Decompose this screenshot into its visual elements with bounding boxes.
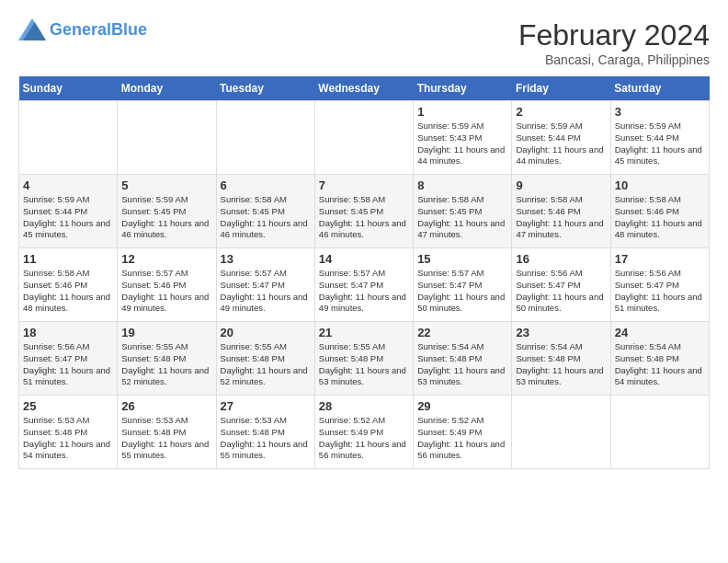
day-info: Sunrise: 5:58 AM Sunset: 5:46 PM Dayligh…	[516, 194, 606, 241]
day-number: 9	[516, 178, 606, 192]
day-info: Sunrise: 5:54 AM Sunset: 5:48 PM Dayligh…	[615, 341, 705, 388]
day-number: 8	[417, 178, 507, 192]
calendar-cell	[314, 101, 413, 175]
calendar-cell: 25Sunrise: 5:53 AM Sunset: 5:48 PM Dayli…	[19, 396, 118, 469]
logo-general: General	[50, 20, 111, 39]
calendar-cell: 29Sunrise: 5:52 AM Sunset: 5:49 PM Dayli…	[414, 396, 512, 469]
calendar-cell: 16Sunrise: 5:56 AM Sunset: 5:47 PM Dayli…	[512, 248, 610, 322]
weekday-row: SundayMondayTuesdayWednesdayThursdayFrid…	[19, 76, 710, 101]
calendar-cell: 5Sunrise: 5:59 AM Sunset: 5:45 PM Daylig…	[118, 175, 216, 248]
day-number: 22	[417, 326, 507, 339]
weekday-header-friday: Friday	[512, 76, 610, 101]
calendar-week-1: 1Sunrise: 5:59 AM Sunset: 5:43 PM Daylig…	[19, 101, 710, 175]
day-info: Sunrise: 5:58 AM Sunset: 5:45 PM Dayligh…	[319, 194, 409, 241]
day-number: 20	[221, 326, 311, 339]
calendar-cell: 9Sunrise: 5:58 AM Sunset: 5:46 PM Daylig…	[512, 175, 610, 248]
location: Bancasi, Caraga, Philippines	[518, 52, 710, 67]
calendar-cell: 23Sunrise: 5:54 AM Sunset: 5:48 PM Dayli…	[512, 322, 610, 396]
page-header: GeneralBlue February 2024 Bancasi, Carag…	[18, 18, 710, 67]
calendar-cell: 11Sunrise: 5:58 AM Sunset: 5:46 PM Dayli…	[19, 248, 118, 322]
day-info: Sunrise: 5:56 AM Sunset: 5:47 PM Dayligh…	[615, 268, 705, 315]
day-number: 26	[121, 399, 211, 413]
day-info: Sunrise: 5:57 AM Sunset: 5:47 PM Dayligh…	[417, 268, 507, 315]
day-number: 15	[417, 252, 507, 266]
calendar-cell	[512, 396, 610, 469]
day-info: Sunrise: 5:53 AM Sunset: 5:48 PM Dayligh…	[23, 415, 113, 462]
logo: GeneralBlue	[18, 18, 147, 40]
day-number: 1	[417, 105, 507, 119]
day-info: Sunrise: 5:56 AM Sunset: 5:47 PM Dayligh…	[516, 268, 606, 315]
calendar-cell: 24Sunrise: 5:54 AM Sunset: 5:48 PM Dayli…	[610, 322, 709, 396]
calendar-week-5: 25Sunrise: 5:53 AM Sunset: 5:48 PM Dayli…	[19, 396, 710, 469]
day-number: 14	[319, 252, 409, 266]
calendar-table: SundayMondayTuesdayWednesdayThursdayFrid…	[18, 76, 710, 469]
day-info: Sunrise: 5:53 AM Sunset: 5:48 PM Dayligh…	[221, 415, 311, 462]
day-info: Sunrise: 5:58 AM Sunset: 5:45 PM Dayligh…	[417, 194, 507, 241]
title-block: February 2024 Bancasi, Caraga, Philippin…	[518, 18, 710, 67]
weekday-header-monday: Monday	[118, 76, 216, 101]
day-info: Sunrise: 5:58 AM Sunset: 5:46 PM Dayligh…	[615, 194, 705, 241]
calendar-cell: 26Sunrise: 5:53 AM Sunset: 5:48 PM Dayli…	[118, 396, 216, 469]
calendar-cell	[19, 101, 118, 175]
day-number: 21	[319, 326, 409, 339]
weekday-header-wednesday: Wednesday	[314, 76, 413, 101]
day-info: Sunrise: 5:58 AM Sunset: 5:45 PM Dayligh…	[221, 194, 311, 241]
day-info: Sunrise: 5:59 AM Sunset: 5:44 PM Dayligh…	[615, 121, 705, 167]
calendar-cell: 17Sunrise: 5:56 AM Sunset: 5:47 PM Dayli…	[610, 248, 709, 322]
calendar-cell: 15Sunrise: 5:57 AM Sunset: 5:47 PM Dayli…	[414, 248, 512, 322]
day-info: Sunrise: 5:54 AM Sunset: 5:48 PM Dayligh…	[516, 341, 606, 388]
day-number: 13	[221, 252, 311, 266]
day-info: Sunrise: 5:53 AM Sunset: 5:48 PM Dayligh…	[121, 415, 211, 462]
day-number: 29	[417, 399, 507, 413]
calendar-cell: 13Sunrise: 5:57 AM Sunset: 5:47 PM Dayli…	[216, 248, 314, 322]
calendar-cell: 28Sunrise: 5:52 AM Sunset: 5:49 PM Dayli…	[314, 396, 413, 469]
day-number: 23	[516, 326, 606, 339]
day-info: Sunrise: 5:59 AM Sunset: 5:44 PM Dayligh…	[516, 121, 606, 167]
weekday-header-thursday: Thursday	[414, 76, 512, 101]
calendar-cell	[118, 101, 216, 175]
day-number: 7	[319, 178, 409, 192]
calendar-cell: 20Sunrise: 5:55 AM Sunset: 5:48 PM Dayli…	[216, 322, 314, 396]
calendar-cell: 22Sunrise: 5:54 AM Sunset: 5:48 PM Dayli…	[414, 322, 512, 396]
day-number: 19	[121, 326, 211, 339]
day-number: 4	[23, 178, 113, 192]
day-number: 25	[23, 399, 113, 413]
calendar-week-2: 4Sunrise: 5:59 AM Sunset: 5:44 PM Daylig…	[19, 175, 710, 248]
calendar-body: 1Sunrise: 5:59 AM Sunset: 5:43 PM Daylig…	[19, 101, 710, 469]
day-info: Sunrise: 5:58 AM Sunset: 5:46 PM Dayligh…	[23, 268, 113, 315]
weekday-header-saturday: Saturday	[610, 76, 709, 101]
day-number: 10	[615, 178, 705, 192]
day-number: 28	[319, 399, 409, 413]
day-info: Sunrise: 5:55 AM Sunset: 5:48 PM Dayligh…	[121, 341, 211, 388]
day-info: Sunrise: 5:57 AM Sunset: 5:47 PM Dayligh…	[221, 268, 311, 315]
calendar-header: SundayMondayTuesdayWednesdayThursdayFrid…	[19, 76, 710, 101]
calendar-cell: 18Sunrise: 5:56 AM Sunset: 5:47 PM Dayli…	[19, 322, 118, 396]
weekday-header-tuesday: Tuesday	[216, 76, 314, 101]
day-info: Sunrise: 5:57 AM Sunset: 5:47 PM Dayligh…	[319, 268, 409, 315]
day-info: Sunrise: 5:59 AM Sunset: 5:43 PM Dayligh…	[417, 121, 507, 167]
logo-icon	[18, 18, 46, 40]
day-info: Sunrise: 5:56 AM Sunset: 5:47 PM Dayligh…	[23, 341, 113, 388]
month-year: February 2024	[518, 18, 710, 52]
day-number: 16	[516, 252, 606, 266]
day-number: 24	[615, 326, 705, 339]
day-number: 6	[221, 178, 311, 192]
day-number: 3	[615, 105, 705, 119]
logo-blue: Blue	[111, 20, 147, 39]
calendar-cell: 7Sunrise: 5:58 AM Sunset: 5:45 PM Daylig…	[314, 175, 413, 248]
calendar-cell: 27Sunrise: 5:53 AM Sunset: 5:48 PM Dayli…	[216, 396, 314, 469]
calendar-cell: 19Sunrise: 5:55 AM Sunset: 5:48 PM Dayli…	[118, 322, 216, 396]
calendar-cell: 21Sunrise: 5:55 AM Sunset: 5:48 PM Dayli…	[314, 322, 413, 396]
day-info: Sunrise: 5:54 AM Sunset: 5:48 PM Dayligh…	[417, 341, 507, 388]
day-info: Sunrise: 5:57 AM Sunset: 5:46 PM Dayligh…	[121, 268, 211, 315]
day-number: 12	[121, 252, 211, 266]
calendar-cell: 6Sunrise: 5:58 AM Sunset: 5:45 PM Daylig…	[216, 175, 314, 248]
calendar-cell: 8Sunrise: 5:58 AM Sunset: 5:45 PM Daylig…	[414, 175, 512, 248]
calendar-cell	[610, 396, 709, 469]
calendar-cell: 3Sunrise: 5:59 AM Sunset: 5:44 PM Daylig…	[610, 101, 709, 175]
calendar-cell	[216, 101, 314, 175]
logo-text: GeneralBlue	[50, 20, 147, 40]
day-number: 5	[121, 178, 211, 192]
day-number: 2	[516, 105, 606, 119]
day-number: 18	[23, 326, 113, 339]
